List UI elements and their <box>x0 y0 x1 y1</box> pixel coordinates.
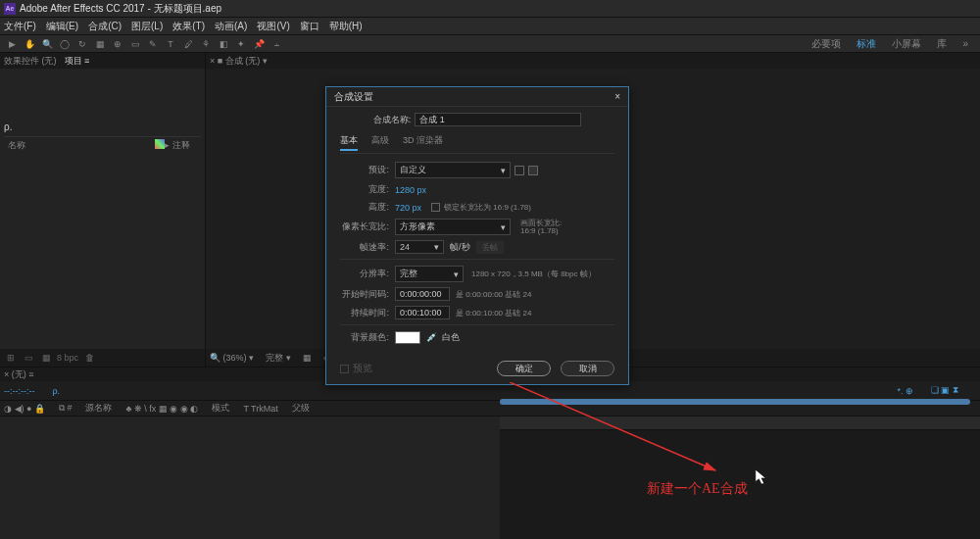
col-number[interactable]: ⧉ # <box>59 403 73 414</box>
tool-hand-icon[interactable]: ✋ <box>22 37 37 51</box>
resolution-dropdown[interactable]: 完整▾ <box>395 266 464 282</box>
workspace-small[interactable]: 小屏幕 <box>884 37 929 51</box>
tool-eraser-icon[interactable]: ◧ <box>216 37 231 51</box>
toolbar: ▶ ✋ 🔍 ◯ ↻ ▦ ⊕ ▭ ✎ T 🖊 ⚘ ◧ ✦ 📌 ⫠ 必要项 标准 小… <box>0 35 980 53</box>
tool-anchor-icon[interactable]: ⊕ <box>110 37 125 51</box>
timeline-tracks[interactable] <box>500 416 980 539</box>
dialog-titlebar[interactable]: 合成设置 × <box>326 87 628 107</box>
workspace-more-icon[interactable]: » <box>955 38 976 49</box>
resolution-hint: 1280 x 720，3.5 MB（每 8bpc 帧） <box>471 269 596 279</box>
tab-3d-renderer[interactable]: 3D 渲染器 <box>403 134 443 151</box>
folder-icon[interactable]: ▭ <box>22 352 35 364</box>
lock-aspect-label: 锁定长宽比为 16:9 (1.78) <box>444 202 531 213</box>
height-label: 高度: <box>340 201 389 214</box>
tab-effect-controls[interactable]: 效果控件 (无) <box>4 55 57 68</box>
project-body[interactable]: ρ. 名称 ▸ 注释 <box>0 69 205 349</box>
tool-rotate-icon[interactable]: ↻ <box>74 37 90 51</box>
viewer-tab[interactable]: × ■ 合成 (无) ▾ <box>210 55 268 68</box>
menu-bar: 文件(F) 编辑(E) 合成(C) 图层(L) 效果(T) 动画(A) 视图(V… <box>0 18 980 35</box>
project-search[interactable]: ρ. <box>4 122 201 137</box>
workspace-library[interactable]: 库 <box>929 37 955 51</box>
col-parent[interactable]: 父级 <box>292 402 310 415</box>
tab-basic[interactable]: 基本 <box>340 134 358 151</box>
col-label-icon[interactable] <box>155 139 165 149</box>
timeline-body[interactable] <box>0 416 980 539</box>
layer-search[interactable]: ρ. <box>52 386 60 396</box>
bgcolor-name: 白色 <box>442 331 460 344</box>
trash-icon[interactable]: 🗑 <box>82 352 96 364</box>
zoom-dropdown[interactable]: 🔍 (36%) ▾ <box>210 353 254 363</box>
menu-file[interactable]: 文件(F) <box>4 20 36 33</box>
col-switches[interactable]: ♣ ❋ \ fx ▦ ◉ ◉ ◐ <box>125 404 198 414</box>
col-name[interactable]: 名称 <box>8 139 155 152</box>
delete-preset-icon[interactable] <box>528 166 538 175</box>
new-comp-icon[interactable]: ▦ <box>39 352 53 364</box>
tool-align-icon[interactable]: ⫠ <box>269 37 284 51</box>
timeline-layers[interactable] <box>0 416 500 539</box>
menu-layer[interactable]: 图层(L) <box>131 20 163 33</box>
save-preset-icon[interactable] <box>514 166 524 175</box>
width-label: 宽度: <box>340 183 389 196</box>
col-trkmat[interactable]: T TrkMat <box>243 404 277 414</box>
menu-view[interactable]: 视图(V) <box>257 20 289 33</box>
current-time[interactable]: --:--:--:-- <box>4 386 34 396</box>
tab-advanced[interactable]: 高级 <box>371 134 389 151</box>
bpc-label[interactable]: 8 bpc <box>57 352 78 364</box>
tool-text-icon[interactable]: T <box>163 37 178 51</box>
menu-comp[interactable]: 合成(C) <box>88 20 122 33</box>
lock-aspect-checkbox[interactable] <box>431 203 440 212</box>
cursor-icon <box>755 468 768 486</box>
viewer-tabs: × ■ 合成 (无) ▾ <box>206 53 980 69</box>
res-dropdown[interactable]: 完整 ▾ <box>266 352 291 365</box>
title-bar: Ae Adobe After Effects CC 2017 - 无标题项目.a… <box>0 0 980 18</box>
col-av-icons[interactable]: ◑ ◀) ● 🔒 <box>4 404 45 414</box>
duration-label: 持续时间: <box>340 307 389 319</box>
menu-effect[interactable]: 效果(T) <box>172 20 205 33</box>
menu-window[interactable]: 窗口 <box>300 20 319 33</box>
timeline-opt-icons[interactable]: ❏ ▣ ⧗ <box>931 385 958 396</box>
work-area-bar[interactable] <box>500 399 970 405</box>
height-value[interactable]: 720 px <box>395 203 421 213</box>
tool-pen-icon[interactable]: ✎ <box>145 37 161 51</box>
preset-dropdown[interactable]: 自定义▾ <box>395 162 511 178</box>
menu-edit[interactable]: 编辑(E) <box>46 20 78 33</box>
menu-help[interactable]: 帮助(H) <box>329 20 363 33</box>
preset-label: 预设: <box>340 164 389 176</box>
viewer-icon[interactable]: ▦ <box>303 353 312 363</box>
width-value[interactable]: 1280 px <box>395 185 426 195</box>
timeline-tab[interactable]: × (无) ≡ <box>4 368 34 381</box>
col-mode[interactable]: 模式 <box>212 402 229 415</box>
tool-puppet-icon[interactable]: 📌 <box>251 37 267 51</box>
ok-button[interactable]: 确定 <box>497 361 551 376</box>
preview-label: 预览 <box>353 362 372 375</box>
col-source[interactable]: 源名称 <box>85 402 112 415</box>
framerate-dropdown[interactable]: 24▾ <box>395 240 444 254</box>
time-ruler[interactable] <box>500 416 980 430</box>
menu-anim[interactable]: 动画(A) <box>215 20 247 33</box>
workspace-standard[interactable]: 标准 <box>849 37 884 51</box>
tool-selection-icon[interactable]: ▶ <box>4 37 20 51</box>
tool-brush-icon[interactable]: 🖊 <box>180 37 196 51</box>
tool-camera-icon[interactable]: ▦ <box>92 37 108 51</box>
tool-rect-icon[interactable]: ▭ <box>127 37 143 51</box>
bgcolor-swatch[interactable] <box>395 331 420 344</box>
tab-project[interactable]: 项目 ≡ <box>65 55 90 68</box>
tool-zoom-icon[interactable]: 🔍 <box>39 37 55 51</box>
tool-roto-icon[interactable]: ✦ <box>233 37 249 51</box>
eyedropper-icon[interactable]: 💉 <box>426 332 438 344</box>
close-icon[interactable]: × <box>614 91 620 102</box>
cancel-button[interactable]: 取消 <box>561 361 614 376</box>
duration-input[interactable] <box>395 306 450 319</box>
col-comment[interactable]: ▸ 注释 <box>165 139 190 152</box>
pixel-aspect-dropdown[interactable]: 方形像素▾ <box>395 219 511 235</box>
start-timecode-input[interactable] <box>395 287 450 301</box>
timeline-ghost[interactable]: *. ⊕ <box>897 386 913 396</box>
interpret-icon[interactable]: ⊞ <box>4 352 18 364</box>
chevron-down-icon: ▾ <box>501 222 506 232</box>
workspace-essentials[interactable]: 必要项 <box>804 37 849 51</box>
comp-name-input[interactable] <box>415 113 581 126</box>
tool-orbit-icon[interactable]: ◯ <box>57 37 73 51</box>
project-footer: ⊞ ▭ ▦ 8 bpc 🗑 <box>0 349 205 367</box>
tool-stamp-icon[interactable]: ⚘ <box>198 37 214 51</box>
start-timecode-hint: 是 0:00:00:00 基础 24 <box>456 289 531 300</box>
